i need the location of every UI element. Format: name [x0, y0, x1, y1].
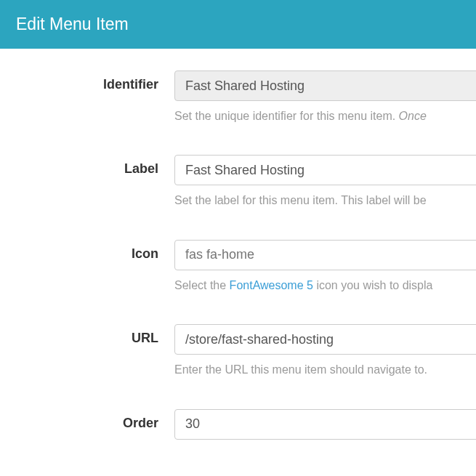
modal-title: Edit Menu Item	[16, 15, 129, 33]
modal-header: Edit Menu Item	[0, 0, 476, 49]
form-area: Identifier Set the unique identifier for…	[0, 49, 476, 440]
url-input[interactable]	[174, 324, 476, 355]
row-identifier: Identifier Set the unique identifier for…	[0, 70, 476, 124]
row-url: URL Enter the URL this menu item should …	[0, 324, 476, 378]
label-order: Order	[0, 409, 174, 431]
identifier-input	[174, 70, 476, 101]
row-label: Label Set the label for this menu item. …	[0, 155, 476, 209]
help-label: Set the label for this menu item. This l…	[174, 193, 476, 209]
fontawesome-link[interactable]: FontAwesome 5	[230, 279, 313, 291]
row-icon: Icon Select the FontAwesome 5 icon you w…	[0, 240, 476, 294]
label-identifier: Identifier	[0, 70, 174, 92]
control-wrap-icon: Select the FontAwesome 5 icon you wish t…	[174, 240, 476, 294]
control-wrap-url: Enter the URL this menu item should navi…	[174, 324, 476, 378]
control-wrap-label: Set the label for this menu item. This l…	[174, 155, 476, 209]
label-label: Label	[0, 155, 174, 177]
icon-input[interactable]	[174, 240, 476, 270]
label-icon: Icon	[0, 240, 174, 262]
row-order: Order	[0, 409, 476, 440]
label-input[interactable]	[174, 155, 476, 185]
control-wrap-identifier: Set the unique identifier for this menu …	[174, 70, 476, 124]
control-wrap-order	[174, 409, 476, 440]
help-identifier: Set the unique identifier for this menu …	[174, 108, 476, 124]
help-icon: Select the FontAwesome 5 icon you wish t…	[174, 278, 476, 294]
order-input[interactable]	[174, 409, 476, 440]
help-url: Enter the URL this menu item should navi…	[174, 362, 476, 378]
label-url: URL	[0, 324, 174, 346]
